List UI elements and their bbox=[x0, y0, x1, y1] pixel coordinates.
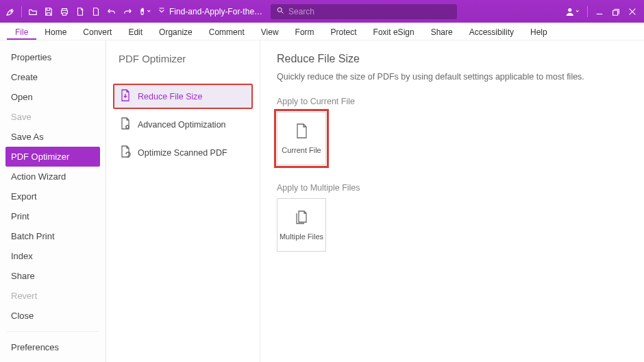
search-icon bbox=[276, 6, 284, 16]
new-page-icon[interactable] bbox=[75, 7, 85, 16]
separator bbox=[21, 6, 22, 17]
menu-file[interactable]: File bbox=[7, 24, 36, 40]
redo-icon[interactable] bbox=[123, 7, 132, 16]
menu-help[interactable]: Help bbox=[522, 24, 556, 40]
undo-icon[interactable] bbox=[107, 7, 116, 16]
close-button[interactable] bbox=[628, 7, 637, 16]
sidebar-item-pdf-optimizer[interactable]: PDF Optimizer bbox=[5, 147, 100, 167]
group-multiple-files-label: Apply to Multiple Files bbox=[277, 183, 628, 193]
tile-label: Current File bbox=[282, 146, 321, 154]
opt-label: Optimize Scanned PDF bbox=[138, 148, 227, 158]
separator bbox=[7, 331, 99, 332]
sidebar-item-batch-print[interactable]: Batch Print bbox=[0, 226, 106, 246]
menu-foxit-esign[interactable]: Foxit eSign bbox=[365, 24, 423, 40]
reduce-file-size-icon bbox=[120, 89, 131, 104]
qat-more-icon[interactable] bbox=[158, 7, 165, 16]
menu-comment[interactable]: Comment bbox=[201, 24, 253, 40]
title-bar: Find-and-Apply-For-the-Best-In… Search bbox=[0, 0, 644, 23]
group-current-file-label: Apply to Current File bbox=[277, 97, 628, 106]
hand-tool-dropdown[interactable] bbox=[138, 7, 152, 16]
sidebar-item-action-wizard[interactable]: Action Wizard bbox=[0, 167, 106, 186]
save-icon[interactable] bbox=[44, 7, 53, 16]
svg-point-1 bbox=[568, 8, 571, 11]
menu-share[interactable]: Share bbox=[423, 24, 461, 40]
menu-accessibility[interactable]: Accessibility bbox=[461, 24, 522, 40]
opt-reduce-file-size[interactable]: Reduce File Size bbox=[113, 84, 253, 109]
print-icon[interactable] bbox=[60, 7, 69, 16]
optimize-scanned-icon bbox=[120, 145, 131, 160]
tile-current-file[interactable]: Current File bbox=[277, 112, 326, 165]
sidebar-item-create[interactable]: Create bbox=[0, 67, 106, 87]
optimizer-submenu: PDF Optimizer Reduce File Size Advanced … bbox=[106, 40, 260, 362]
open-icon[interactable] bbox=[28, 7, 38, 16]
menu-view[interactable]: View bbox=[253, 24, 287, 40]
submenu-title: PDF Optimizer bbox=[119, 53, 253, 64]
opt-label: Advanced Optimization bbox=[138, 120, 226, 130]
opt-optimize-scanned-pdf[interactable]: Optimize Scanned PDF bbox=[113, 140, 253, 165]
doc-icon[interactable] bbox=[91, 7, 101, 16]
optimizer-content: Reduce File Size Quickly reduce the size… bbox=[260, 40, 644, 362]
advanced-optimization-icon bbox=[120, 117, 131, 132]
sidebar-item-properties[interactable]: Properties bbox=[0, 47, 106, 67]
backstage-body: Properties Create Open Save Save As PDF … bbox=[0, 40, 644, 362]
search-box[interactable]: Search bbox=[271, 4, 457, 19]
content-title: Reduce File Size bbox=[277, 53, 628, 65]
sidebar-item-share[interactable]: Share bbox=[0, 266, 106, 286]
user-account-icon[interactable] bbox=[565, 6, 580, 17]
sidebar-item-preferences[interactable]: Preferences bbox=[0, 337, 106, 357]
document-title: Find-and-Apply-For-the-Best-In… bbox=[169, 7, 265, 16]
sidebar-item-open[interactable]: Open bbox=[0, 87, 106, 107]
file-icon bbox=[295, 123, 308, 139]
restore-button[interactable] bbox=[611, 7, 621, 16]
file-sidebar: Properties Create Open Save Save As PDF … bbox=[0, 40, 106, 362]
search-placeholder: Search bbox=[288, 7, 314, 16]
tile-multiple-files[interactable]: Multiple Files bbox=[277, 198, 326, 252]
menu-bar: File Home Convert Edit Organize Comment … bbox=[0, 23, 644, 40]
tile-label: Multiple Files bbox=[280, 232, 323, 241]
menu-home[interactable]: Home bbox=[36, 24, 75, 40]
minimize-button[interactable] bbox=[595, 7, 604, 16]
sidebar-item-revert: Revert bbox=[0, 286, 106, 306]
sidebar-item-save-as[interactable]: Save As bbox=[0, 127, 106, 147]
sidebar-item-index[interactable]: Index bbox=[0, 246, 106, 266]
opt-label: Reduce File Size bbox=[138, 92, 203, 101]
sidebar-item-export[interactable]: Export bbox=[0, 186, 106, 206]
menu-form[interactable]: Form bbox=[287, 24, 323, 40]
quick-access-toolbar bbox=[4, 6, 165, 17]
foxit-logo-icon bbox=[4, 6, 15, 17]
svg-point-0 bbox=[277, 8, 282, 12]
menu-organize[interactable]: Organize bbox=[151, 24, 201, 40]
sidebar-item-close[interactable]: Close bbox=[0, 306, 106, 326]
sidebar-item-save: Save bbox=[0, 107, 106, 127]
sidebar-item-print[interactable]: Print bbox=[0, 206, 106, 226]
menu-edit[interactable]: Edit bbox=[120, 24, 151, 40]
window-controls bbox=[565, 6, 640, 17]
separator bbox=[587, 6, 588, 17]
opt-advanced-optimization[interactable]: Advanced Optimization bbox=[113, 112, 253, 137]
content-description: Quickly reduce the size of PDFs by using… bbox=[277, 72, 628, 82]
files-icon bbox=[294, 209, 309, 226]
sidebar-item-skins[interactable]: Skins bbox=[0, 357, 106, 362]
menu-protect[interactable]: Protect bbox=[323, 24, 365, 40]
menu-convert[interactable]: Convert bbox=[75, 24, 120, 40]
